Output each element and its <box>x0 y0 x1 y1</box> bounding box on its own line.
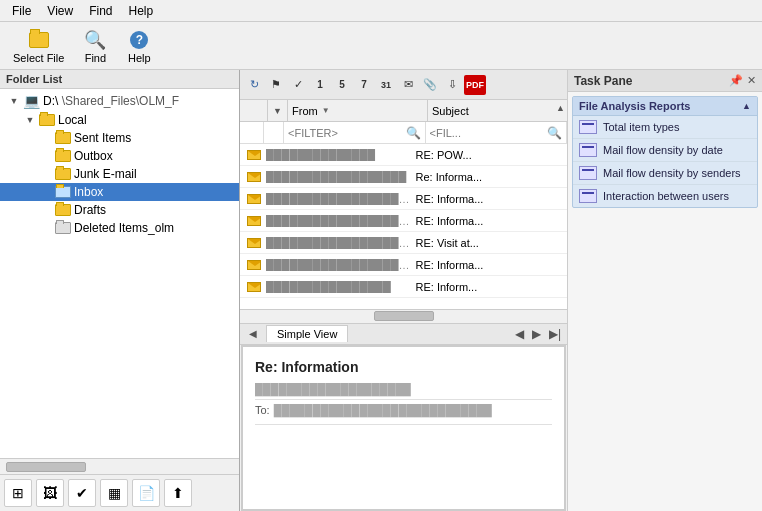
export-icon: ⇩ <box>448 78 457 91</box>
pdf-button[interactable]: PDF <box>464 75 486 95</box>
trash-folder-icon <box>55 222 71 234</box>
tree-item-sent[interactable]: Sent Items <box>0 129 239 147</box>
filter-sort-cell <box>264 122 284 143</box>
flag-button[interactable]: ⚑ <box>266 75 286 95</box>
task-pane-pin-button[interactable]: 📌 <box>729 74 743 87</box>
file-analysis-title: File Analysis Reports <box>579 100 690 112</box>
num1-icon: 1 <box>317 79 323 90</box>
subject-filter-input[interactable] <box>430 127 544 139</box>
report-item-3[interactable]: Interaction between users <box>573 185 757 207</box>
nav-last-button[interactable]: ▶| <box>547 327 563 341</box>
tree-item-drafts[interactable]: Drafts <box>0 201 239 219</box>
checkmark-icon: ✓ <box>294 78 303 91</box>
help-icon: ? <box>127 28 151 52</box>
email-subject-0: RE: POW... <box>416 149 566 161</box>
from-label: From <box>292 105 318 117</box>
nav-prev-button[interactable]: ◀ <box>513 327 526 341</box>
envelope-icon-1 <box>242 172 266 182</box>
tree-item-junk[interactable]: Junk E-mail <box>0 165 239 183</box>
export-button[interactable]: ⇩ <box>442 75 462 95</box>
sent-label: Sent Items <box>74 131 131 145</box>
from-filter-input[interactable] <box>288 127 402 139</box>
num5-button[interactable]: 5 <box>332 75 352 95</box>
menu-find[interactable]: Find <box>81 2 120 20</box>
email-subject-4: RE: Visit at... <box>416 237 566 249</box>
refresh-button[interactable]: ↻ <box>244 75 264 95</box>
report-label-3: Interaction between users <box>603 190 729 202</box>
email-from-3: ████████████████████ <box>266 215 416 227</box>
table-button[interactable]: ▦ <box>100 479 128 507</box>
tree-item-inbox[interactable]: Inbox <box>0 183 239 201</box>
tree-item-drive[interactable]: ▼ 💻 D:\ \Shared_Files\OLM_F <box>0 91 239 111</box>
help-button[interactable]: ? Help <box>119 24 159 68</box>
main-layout: Folder List ▼ 💻 D:\ \Shared_Files\OLM_F … <box>0 70 762 511</box>
folder-tree[interactable]: ▼ 💻 D:\ \Shared_Files\OLM_F ▼ Local Sent… <box>0 89 239 458</box>
upload-button[interactable]: ⬆ <box>164 479 192 507</box>
subject-col-header[interactable]: Subject ▲ <box>428 100 567 121</box>
scroll-thumb[interactable] <box>6 462 86 472</box>
subject-search-icon[interactable]: 🔍 <box>547 126 562 140</box>
tree-item-local[interactable]: ▼ Local <box>0 111 239 129</box>
folder-hscroll[interactable] <box>0 458 239 474</box>
grid-view-button[interactable]: ⊞ <box>4 479 32 507</box>
menu-help[interactable]: Help <box>120 2 161 20</box>
report-item-1[interactable]: Mail flow density by date <box>573 139 757 162</box>
find-label: Find <box>85 52 106 64</box>
email-row-2[interactable]: ████████████████████ RE: Informa... <box>240 188 567 210</box>
email-from-2: ████████████████████ <box>266 193 416 205</box>
email-hscroll[interactable] <box>240 309 567 323</box>
email-row-3[interactable]: ████████████████████ RE: Informa... <box>240 210 567 232</box>
local-folder-icon <box>39 114 55 126</box>
filter-from-cell: 🔍 <box>284 122 426 143</box>
email-row-1[interactable]: ██████████████████ Re: Informa... <box>240 166 567 188</box>
preview-to-row: To: ████████████████████████████ <box>255 404 552 416</box>
tree-item-outbox[interactable]: Outbox <box>0 147 239 165</box>
email-row-5[interactable]: ████████████████████ RE: Informa... <box>240 254 567 276</box>
report-item-2[interactable]: Mail flow density by senders <box>573 162 757 185</box>
email-row-4[interactable]: ████████████████████ RE: Visit at... <box>240 232 567 254</box>
select-file-button[interactable]: Select File <box>6 24 71 68</box>
task-pane-header: Task Pane 📌 ✕ <box>568 70 762 92</box>
email-row-0[interactable]: ██████████████ RE: POW... <box>240 144 567 166</box>
file-analysis-section: File Analysis Reports ▲ Total item types… <box>572 96 758 208</box>
tree-item-deleted[interactable]: Deleted Items_olm <box>0 219 239 237</box>
checkmark-button[interactable]: ✓ <box>288 75 308 95</box>
preview-tab-simple[interactable]: Simple View <box>266 325 348 342</box>
preview-back-button[interactable]: ◀ <box>244 325 262 343</box>
subject-scroll-up[interactable]: ▲ <box>556 103 565 113</box>
task-pane-close-button[interactable]: ✕ <box>747 74 756 87</box>
from-col-header[interactable]: From ▼ <box>288 100 428 121</box>
preview-panel: Re: Information ████████████████████ To:… <box>241 345 566 512</box>
email-from-6: ████████████████ <box>266 281 416 293</box>
attach-button[interactable]: 📎 <box>420 75 440 95</box>
envelope-icon-6 <box>242 282 266 292</box>
email-row-6[interactable]: ████████████████ RE: Inform... <box>240 276 567 298</box>
image-view-button[interactable]: 🖼 <box>36 479 64 507</box>
menu-view[interactable]: View <box>39 2 81 20</box>
task-pane-title: Task Pane <box>574 74 725 88</box>
expand-drive[interactable]: ▼ <box>8 96 20 106</box>
note-button[interactable]: 📄 <box>132 479 160 507</box>
from-search-icon[interactable]: 🔍 <box>406 126 421 140</box>
inbox-folder-icon <box>55 186 71 198</box>
envelope-button[interactable]: ✉ <box>398 75 418 95</box>
pdf-icon: PDF <box>466 80 484 90</box>
flag-icon: ⚑ <box>271 78 281 91</box>
section-expand-icon[interactable]: ▲ <box>742 101 751 111</box>
junk-label: Junk E-mail <box>74 167 137 181</box>
menu-file[interactable]: File <box>4 2 39 20</box>
check-button[interactable]: ✔ <box>68 479 96 507</box>
grid-icon: ⊞ <box>12 485 24 501</box>
num7-button[interactable]: 7 <box>354 75 374 95</box>
email-list[interactable]: ██████████████ RE: POW... ██████████████… <box>240 144 567 309</box>
find-button[interactable]: 🔍 Find <box>75 24 115 68</box>
num1-button[interactable]: 1 <box>310 75 330 95</box>
email-hscroll-thumb[interactable] <box>374 311 434 321</box>
nav-next-button[interactable]: ▶ <box>530 327 543 341</box>
sort-col-header[interactable]: ▼ <box>268 100 288 121</box>
path-label: \Shared_Files\OLM_F <box>58 94 179 108</box>
report-item-0[interactable]: Total item types <box>573 116 757 139</box>
expand-local[interactable]: ▼ <box>24 115 36 125</box>
num31-button[interactable]: 31 <box>376 75 396 95</box>
deleted-label: Deleted Items_olm <box>74 221 174 235</box>
